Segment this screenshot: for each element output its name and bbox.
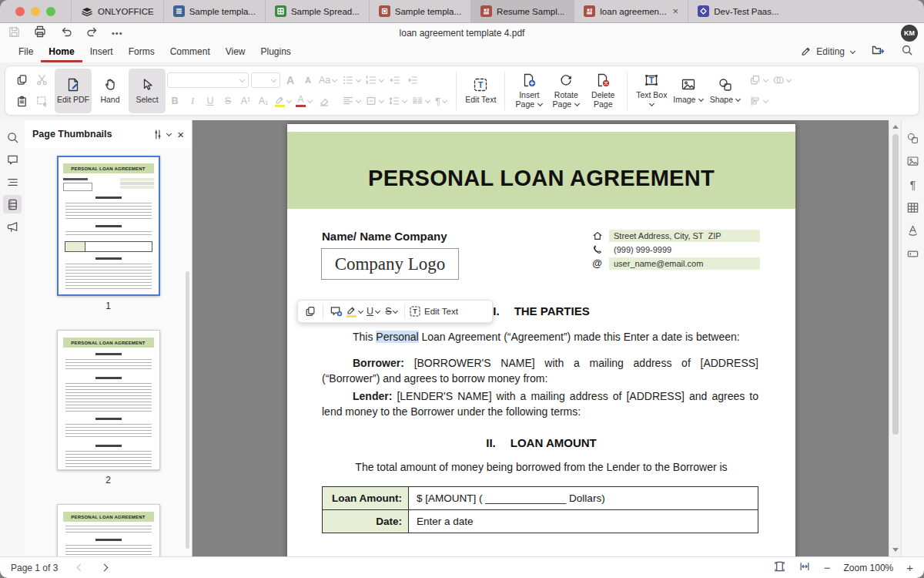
edit-pdf-button[interactable]: Edit PDF xyxy=(55,69,92,113)
zoom-out-button[interactable]: − xyxy=(824,562,831,573)
open-file-location-button[interactable] xyxy=(871,43,886,59)
insert-page-button[interactable]: Insert Page xyxy=(511,69,547,113)
numbering-button[interactable] xyxy=(364,72,385,89)
delete-page-button[interactable]: Delete Page xyxy=(584,69,621,113)
page-thumbnail-1[interactable]: PERSONAL LOAN AGREEMENT 1 xyxy=(57,156,160,311)
close-tab-icon[interactable]: × xyxy=(673,6,679,16)
contact-address-value[interactable]: Street Address, City, ST ZIP xyxy=(609,230,760,242)
previous-page-button[interactable] xyxy=(76,564,83,571)
close-panel-button[interactable]: × xyxy=(177,128,184,141)
redo-button[interactable] xyxy=(85,25,99,42)
paragraph-intro[interactable]: This Personal Loan Agreement (“Agreement… xyxy=(322,330,758,345)
close-window-button[interactable] xyxy=(15,7,25,16)
fit-page-button[interactable] xyxy=(774,560,785,575)
decrease-font-button[interactable]: A xyxy=(300,72,316,89)
highlight-color-button[interactable] xyxy=(273,92,293,109)
comments-panel-button[interactable] xyxy=(3,150,22,169)
image-settings-button[interactable] xyxy=(906,154,921,169)
menu-plugins[interactable]: Plugins xyxy=(253,44,299,62)
fit-width-button[interactable] xyxy=(798,560,811,575)
strikeout-button[interactable]: S xyxy=(383,302,400,321)
italic-button[interactable]: I xyxy=(185,92,200,109)
menu-forms[interactable]: Forms xyxy=(121,44,162,62)
tab-sample-spreadsheet[interactable]: Sample Spread... xyxy=(265,0,369,22)
paragraph-settings-button[interactable]: ¶ xyxy=(906,177,921,192)
tab-sample-template-pdf[interactable]: Sample templa... xyxy=(369,0,470,22)
merge-shapes-button[interactable] xyxy=(772,72,792,89)
strikeout-button[interactable]: S xyxy=(220,92,236,109)
document-scrollbar[interactable] xyxy=(889,120,901,556)
decrease-indent-button[interactable] xyxy=(387,72,403,89)
superscript-button[interactable]: A¹ xyxy=(238,92,253,109)
loan-table[interactable]: Loan Amount: $ [AMOUNT] ( ______________… xyxy=(322,486,758,533)
page-thumbnail-2[interactable]: PERSONAL LOAN AGREEMENT 2 xyxy=(57,330,160,486)
next-page-button[interactable] xyxy=(102,564,109,571)
menu-comment[interactable]: Comment xyxy=(162,44,218,62)
shading-button[interactable] xyxy=(364,92,385,109)
headings-panel-button[interactable] xyxy=(3,173,22,191)
arrange-shape-button[interactable] xyxy=(748,72,769,89)
columns-button[interactable] xyxy=(410,92,431,109)
more-actions-button[interactable]: ••• xyxy=(112,29,123,38)
add-comment-button[interactable] xyxy=(327,302,344,321)
menu-home[interactable]: Home xyxy=(41,44,82,62)
clear-style-button[interactable] xyxy=(316,92,331,109)
page-thumbnail-3[interactable]: PERSONAL LOAN AGREEMENT 3 xyxy=(57,504,160,556)
thumbnails-settings-button[interactable] xyxy=(152,129,172,140)
bold-button[interactable]: B xyxy=(167,92,182,109)
underline-button[interactable]: U xyxy=(365,302,382,321)
tab-onlyoffice[interactable]: ONLYOFFICE xyxy=(71,0,163,22)
paste-button[interactable] xyxy=(12,92,31,111)
align-button[interactable] xyxy=(341,92,362,109)
tab-dev-test[interactable]: Dev-Test Paas... xyxy=(688,0,788,22)
hand-tool-button[interactable]: Hand xyxy=(92,69,129,113)
scroll-up-icon[interactable] xyxy=(892,125,899,129)
tab-loan-agreement[interactable]: loan agreemen... × xyxy=(574,0,688,22)
menu-insert[interactable]: Insert xyxy=(82,44,121,62)
copy-button[interactable] xyxy=(302,302,319,321)
search-panel-button[interactable] xyxy=(3,128,22,146)
paragraph-marks-button[interactable]: ¶ xyxy=(434,92,449,109)
menu-file[interactable]: File xyxy=(11,44,41,62)
company-logo-placeholder[interactable]: Company Logo xyxy=(321,248,459,280)
form-settings-button[interactable] xyxy=(906,247,921,261)
copy-button[interactable] xyxy=(12,71,31,89)
zoom-in-button[interactable]: + xyxy=(906,562,913,573)
search-icon[interactable] xyxy=(901,44,913,59)
print-button[interactable] xyxy=(33,25,47,42)
undo-button[interactable] xyxy=(59,25,73,42)
page-thumbnails-panel-button[interactable] xyxy=(3,195,22,213)
edit-text-button[interactable]: T Edit Text xyxy=(462,69,499,113)
minimize-window-button[interactable] xyxy=(31,7,40,16)
thumbnails-scrollbar[interactable] xyxy=(186,271,189,549)
text-art-settings-button[interactable] xyxy=(906,223,921,238)
user-avatar[interactable]: KM xyxy=(901,25,918,42)
shape-settings-button[interactable] xyxy=(906,131,921,146)
font-name-select[interactable] xyxy=(167,72,249,88)
tab-sample-template-doc[interactable]: Sample templa... xyxy=(163,0,265,22)
contact-email-value[interactable]: user_name@email.com xyxy=(609,257,760,270)
bullets-button[interactable] xyxy=(341,72,362,89)
font-size-select[interactable] xyxy=(251,72,280,88)
change-case-button[interactable]: Aa xyxy=(318,72,338,89)
feedback-button[interactable] xyxy=(3,217,22,236)
save-button[interactable] xyxy=(8,25,21,42)
subscript-button[interactable]: A₁ xyxy=(256,92,271,109)
table-settings-button[interactable] xyxy=(906,200,921,215)
align-shape-button[interactable] xyxy=(748,92,769,109)
zoom-window-button[interactable] xyxy=(46,7,55,16)
cut-button[interactable] xyxy=(32,71,51,89)
paragraph-borrower[interactable]: Borrower: [BORROWER'S NAME] with a maili… xyxy=(322,356,758,386)
text-box-button[interactable]: T Text Box xyxy=(633,69,670,113)
pdf-page[interactable]: PERSONAL LOAN AGREEMENT Name/ Name Compa… xyxy=(287,124,795,556)
font-color-button[interactable]: A xyxy=(295,92,313,109)
menu-view[interactable]: View xyxy=(218,44,253,62)
highlight-color-button[interactable] xyxy=(346,302,363,321)
shape-button[interactable]: Shape xyxy=(707,69,744,113)
paragraph-lender[interactable]: Lender: [LENDER'S NAME] with a mailing a… xyxy=(322,389,758,419)
loan-amount-value[interactable]: $ [AMOUNT] ( ______________ Dollars) xyxy=(409,487,758,510)
select-area-button[interactable] xyxy=(32,92,51,111)
contact-phone-value[interactable]: (999) 999-9999 xyxy=(609,244,760,256)
edit-text-button[interactable]: T Edit Text xyxy=(409,302,458,321)
underline-button[interactable]: U xyxy=(203,92,218,109)
